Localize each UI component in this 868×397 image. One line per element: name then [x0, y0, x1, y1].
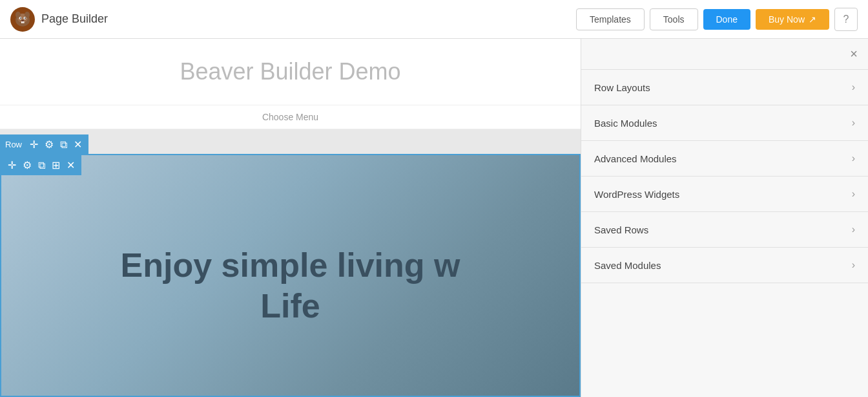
svg-rect-9 — [21, 21, 23, 23]
duplicate-icon[interactable]: ⧉ — [59, 138, 68, 152]
done-button[interactable]: Done — [703, 9, 750, 30]
tools-button[interactable]: Tools — [650, 8, 698, 30]
col-duplicate-icon[interactable]: ⧉ — [37, 158, 46, 173]
external-link-icon: ↗ — [809, 14, 816, 25]
close-row-icon[interactable]: ✕ — [72, 137, 83, 152]
choose-menu-text: Choose Menu — [262, 112, 318, 122]
panel-section-wordpress-widgets[interactable]: WordPress Widgets › — [581, 177, 868, 212]
advanced-modules-label: Advanced Modules — [594, 153, 677, 164]
saved-modules-chevron: › — [852, 259, 855, 271]
basic-modules-label: Basic Modules — [594, 118, 657, 129]
app-header: Page Builder Templates Tools Done Buy No… — [0, 0, 868, 39]
panel-section-basic-modules[interactable]: Basic Modules › — [581, 105, 868, 141]
main-layout: Beaver Builder Demo Choose Menu Row ✛ ⚙ … — [0, 39, 868, 397]
buy-now-button[interactable]: Buy Now ↗ — [756, 9, 829, 30]
panel-close-button[interactable]: × — [850, 47, 858, 61]
wordpress-widgets-label: WordPress Widgets — [594, 189, 679, 200]
row-layouts-chevron: › — [852, 81, 855, 93]
move-icon[interactable]: ✛ — [28, 137, 39, 152]
saved-rows-label: Saved Rows — [594, 224, 648, 235]
page-title-bar: Beaver Builder Demo — [0, 39, 581, 105]
page-title: Beaver Builder Demo — [180, 58, 400, 85]
col-settings-icon[interactable]: ⚙ — [21, 158, 33, 173]
saved-rows-chevron: › — [852, 224, 855, 235]
row-toolbar: Row ✛ ⚙ ⧉ ✕ — [0, 134, 88, 155]
header-buttons: Templates Tools Done Buy Now ↗ ? — [576, 8, 858, 31]
app-logo — [10, 7, 35, 32]
panel-section-saved-modules[interactable]: Saved Modules › — [581, 248, 868, 283]
beaver-icon — [13, 10, 32, 29]
right-panel: × Row Layouts › Basic Modules › Advanced… — [581, 39, 868, 397]
menu-bar[interactable]: Choose Menu — [0, 105, 581, 129]
logo-area: Page Builder — [10, 7, 576, 32]
panel-section-advanced-modules[interactable]: Advanced Modules › — [581, 141, 868, 177]
basic-modules-chevron: › — [852, 117, 855, 129]
panel-section-saved-rows[interactable]: Saved Rows › — [581, 212, 868, 248]
page-canvas: Beaver Builder Demo Choose Menu Row ✛ ⚙ … — [0, 39, 581, 397]
row-layouts-label: Row Layouts — [594, 82, 650, 93]
help-button[interactable]: ? — [834, 8, 858, 31]
app-title: Page Builder — [41, 12, 108, 26]
row-label: Row — [5, 140, 22, 149]
saved-modules-label: Saved Modules — [594, 260, 661, 271]
templates-button[interactable]: Templates — [576, 8, 645, 30]
column-toolbar: ✛ ⚙ ⧉ ⊞ ✕ — [1, 155, 81, 175]
advanced-modules-chevron: › — [852, 153, 855, 164]
svg-point-7 — [25, 17, 26, 19]
hero-heading: Enjoy simple living wLife — [121, 245, 460, 326]
svg-rect-10 — [23, 21, 25, 23]
col-close-icon[interactable]: ✕ — [65, 158, 76, 173]
settings-icon[interactable]: ⚙ — [43, 137, 55, 152]
hero-text-area: Enjoy simple living wLife — [1, 175, 579, 396]
panel-section-row-layouts[interactable]: Row Layouts › — [581, 70, 868, 105]
content-row: ✛ ⚙ ⧉ ⊞ ✕ Enjoy simple living wLife — [0, 154, 581, 397]
col-layout-icon[interactable]: ⊞ — [50, 158, 61, 173]
svg-point-6 — [20, 17, 21, 19]
wordpress-widgets-chevron: › — [852, 188, 855, 200]
col-move-icon[interactable]: ✛ — [6, 158, 17, 173]
panel-header: × — [581, 39, 868, 70]
